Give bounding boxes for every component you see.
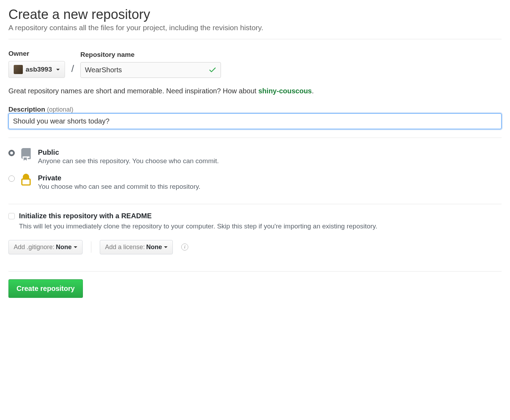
create-repository-button[interactable]: Create repository — [8, 279, 83, 298]
repository-name-label: Repository name — [80, 51, 221, 59]
description-input[interactable] — [8, 113, 502, 129]
check-icon — [208, 65, 217, 75]
slash-separator: / — [71, 63, 75, 78]
suggestion-link[interactable]: shiny-couscous — [258, 87, 312, 95]
chevron-down-icon — [74, 246, 77, 248]
public-desc: Anyone can see this repository. You choo… — [38, 157, 219, 165]
public-radio[interactable] — [8, 150, 15, 156]
repo-icon — [20, 147, 33, 163]
initialize-readme-desc: This will let you immediately clone the … — [19, 221, 377, 232]
private-radio[interactable] — [8, 175, 15, 182]
private-title: Private — [38, 174, 201, 182]
lock-icon — [20, 173, 33, 188]
repo-name-hint: Great repository names are short and mem… — [8, 87, 502, 95]
repository-name-input[interactable] — [80, 62, 221, 78]
license-select-button[interactable]: Add a license: None — [100, 240, 173, 254]
license-label: Add a license: — [105, 244, 145, 251]
divider — [91, 241, 91, 253]
gitignore-label: Add .gitignore: — [14, 244, 54, 251]
avatar — [14, 65, 23, 74]
info-icon[interactable]: i — [181, 244, 188, 251]
owner-label: Owner — [8, 50, 65, 58]
initialize-readme-title: Initialize this repository with a README — [19, 212, 377, 220]
gitignore-value: None — [56, 244, 72, 251]
license-value: None — [146, 244, 162, 251]
chevron-down-icon — [164, 246, 168, 248]
page-subtitle: A repository contains all the files for … — [8, 24, 502, 32]
description-label: Description (optional) — [8, 106, 73, 113]
gitignore-select-button[interactable]: Add .gitignore: None — [8, 240, 83, 254]
public-title: Public — [38, 148, 219, 156]
optional-label: (optional) — [47, 106, 73, 113]
chevron-down-icon — [56, 69, 60, 71]
initialize-readme-checkbox[interactable] — [8, 213, 15, 219]
owner-select-button[interactable]: asb3993 — [8, 61, 65, 78]
owner-username: asb3993 — [26, 66, 52, 73]
private-desc: You choose who can see and commit to thi… — [38, 183, 201, 191]
page-title: Create a new repository — [8, 7, 502, 22]
